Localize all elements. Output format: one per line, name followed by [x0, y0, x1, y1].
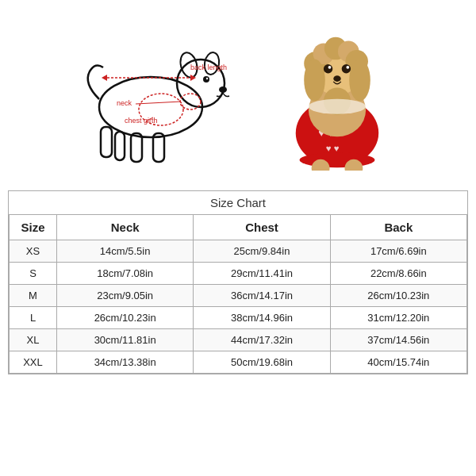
size-cell: S — [10, 263, 57, 285]
svg-point-4 — [203, 76, 209, 83]
measurement-cell: 26cm/10.23in — [330, 285, 466, 307]
svg-point-35 — [349, 59, 370, 101]
poodle-svg: ♥ ♥ ♥ ♥ — [266, 20, 409, 171]
size-cell: XL — [10, 329, 57, 351]
table-row: XS14cm/5.5in25cm/9.84in17cm/6.69in — [10, 240, 467, 263]
size-chart-container: Size Chart Size Neck Chest Back XS14cm/5… — [8, 190, 468, 374]
measurement-cell: 14cm/5.5in — [57, 240, 194, 263]
table-row: XL30cm/11.81in44cm/17.32in37cm/14.56in — [10, 329, 467, 351]
svg-point-23 — [300, 152, 375, 167]
svg-text:neck: neck — [117, 99, 132, 107]
measurement-cell: 38cm/14.96in — [194, 307, 330, 329]
size-cell: L — [10, 307, 57, 329]
measurement-cell: 31cm/12.20in — [330, 307, 466, 329]
measurement-cell: 30cm/11.81in — [57, 329, 194, 351]
table-row: S18cm/7.08in29cm/11.41in22cm/8.66in — [10, 263, 467, 285]
svg-marker-13 — [102, 75, 107, 81]
chart-title: Size Chart — [10, 191, 467, 215]
header-neck: Neck — [57, 215, 194, 240]
measurement-cell: 18cm/7.08in — [57, 263, 194, 285]
svg-point-5 — [206, 78, 208, 79]
measurement-cell: 25cm/9.84in — [194, 240, 330, 263]
svg-point-0 — [99, 77, 202, 137]
dog-diagram-area: back length neck chest girth — [60, 16, 250, 175]
svg-line-18 — [136, 102, 181, 104]
table-row: XXL34cm/13.38in50cm/19.68in40cm/15.74in — [10, 351, 467, 374]
header-chest: Chest — [194, 215, 330, 240]
table-header-row: Size Neck Chest Back — [10, 215, 467, 240]
svg-point-40 — [333, 75, 341, 82]
measurement-cell: 36cm/14.17in — [194, 285, 330, 307]
measurement-cell: 50cm/19.68in — [194, 351, 330, 374]
measurement-cell: 23cm/9.05in — [57, 285, 194, 307]
svg-point-36 — [324, 64, 332, 73]
page: back length neck chest girth ♥ ♥ ♥ ♥ — [0, 0, 476, 476]
measurement-cell: 17cm/6.69in — [330, 240, 466, 263]
size-cell: XXL — [10, 351, 57, 374]
dog-diagram-svg: back length neck chest girth — [67, 24, 242, 167]
size-cell: XS — [10, 240, 57, 263]
top-section: back length neck chest girth ♥ ♥ ♥ ♥ — [8, 8, 468, 182]
poodle-photo: ♥ ♥ ♥ ♥ — [258, 16, 416, 175]
svg-rect-9 — [101, 127, 112, 157]
svg-point-39 — [346, 66, 349, 69]
svg-point-38 — [328, 66, 332, 69]
measurement-cell: 26cm/10.23in — [57, 307, 194, 329]
svg-point-34 — [304, 59, 325, 101]
svg-point-44 — [309, 99, 366, 114]
header-size: Size — [10, 215, 57, 240]
svg-text:back length: back length — [190, 63, 227, 71]
size-cell: M — [10, 285, 57, 307]
table-row: M23cm/9.05in36cm/14.17in26cm/10.23in — [10, 285, 467, 307]
header-back: Back — [330, 215, 466, 240]
measurement-cell: 40cm/15.74in — [330, 351, 466, 374]
svg-point-6 — [219, 86, 227, 93]
measurement-cell: 34cm/13.38in — [57, 351, 194, 374]
svg-point-37 — [342, 64, 351, 73]
table-row: L26cm/10.23in38cm/14.96in31cm/12.20in — [10, 307, 467, 329]
measurement-cell: 37cm/14.56in — [330, 329, 466, 351]
table-body: XS14cm/5.5in25cm/9.84in17cm/6.69inS18cm/… — [10, 240, 467, 374]
size-chart-table: Size Chart Size Neck Chest Back XS14cm/5… — [9, 191, 467, 374]
svg-rect-10 — [115, 132, 125, 160]
measurement-cell: 22cm/8.66in — [330, 263, 466, 285]
measurement-cell: 44cm/17.32in — [194, 329, 330, 351]
measurement-cell: 29cm/11.41in — [194, 263, 330, 285]
svg-text:♥ ♥: ♥ ♥ — [326, 144, 340, 153]
